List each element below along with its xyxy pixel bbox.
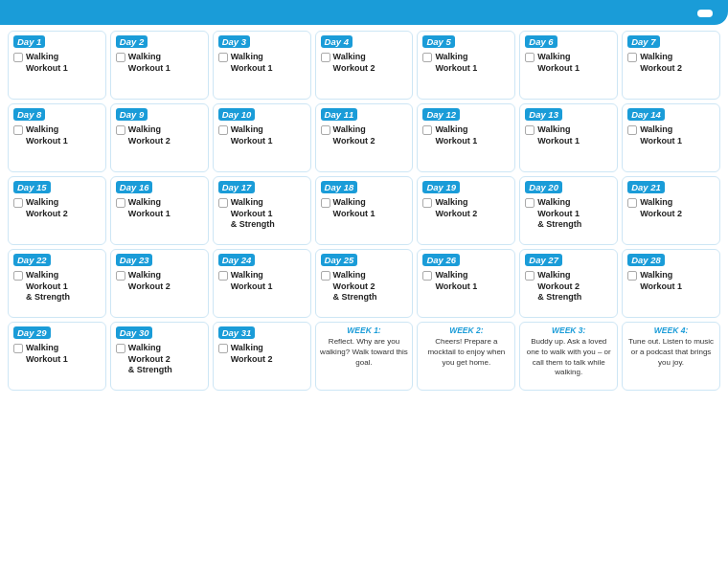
tip-cell-3: WEEK 3:Buddy up. Ask a loved one to walk… bbox=[519, 322, 618, 391]
checkbox[interactable] bbox=[13, 125, 23, 135]
day-label: Day 15 bbox=[13, 181, 51, 193]
workout-text: Walking Workout 2 bbox=[128, 124, 171, 146]
workout-text: Walking Workout 1 bbox=[435, 52, 477, 74]
day-content: Walking Workout 1 bbox=[116, 52, 203, 96]
workout-text: Walking Workout 2 bbox=[333, 52, 375, 74]
day-label: Day 9 bbox=[116, 108, 148, 121]
day-cell: Day 16Walking Workout 1 bbox=[110, 176, 209, 245]
checkbox[interactable] bbox=[627, 53, 637, 62]
day-content: Walking Workout 2 & Strength bbox=[116, 343, 203, 387]
workout-text: Walking Workout 1 bbox=[435, 270, 477, 292]
checkbox[interactable] bbox=[13, 198, 23, 208]
day-content: Walking Workout 1 bbox=[13, 52, 101, 96]
day-label: Day 5 bbox=[422, 35, 454, 48]
workout-text: Walking Workout 2 bbox=[640, 197, 682, 219]
day-label: Day 11 bbox=[321, 108, 358, 121]
day-label: Day 31 bbox=[218, 326, 256, 339]
tip-cell-4: WEEK 4:Tune out. Listen to music or a po… bbox=[622, 322, 720, 391]
day-content: Walking Workout 1 bbox=[627, 270, 715, 314]
workout-text: Walking Workout 2 bbox=[333, 124, 375, 146]
checkbox[interactable] bbox=[116, 271, 125, 281]
day-cell: Day 2Walking Workout 1 bbox=[110, 31, 209, 100]
workout-text: Walking Workout 1 & Strength bbox=[231, 197, 275, 231]
day-content: Walking Workout 2 bbox=[116, 124, 203, 169]
checkbox[interactable] bbox=[218, 53, 228, 62]
day-label: Day 27 bbox=[525, 254, 562, 266]
checkbox[interactable] bbox=[116, 344, 125, 353]
checkbox[interactable] bbox=[218, 125, 228, 135]
workout-text: Walking Workout 2 bbox=[26, 197, 68, 219]
day-cell: Day 9Walking Workout 2 bbox=[110, 103, 209, 172]
checkbox[interactable] bbox=[218, 271, 228, 281]
day-label: Day 12 bbox=[422, 108, 460, 121]
day-cell: Day 25Walking Workout 2 & Strength bbox=[315, 249, 414, 318]
day-cell: Day 10Walking Workout 1 bbox=[213, 103, 311, 172]
day-label: Day 1 bbox=[13, 35, 45, 48]
checkbox[interactable] bbox=[218, 344, 228, 353]
day-cell: Day 21Walking Workout 2 bbox=[622, 176, 720, 245]
checkbox[interactable] bbox=[525, 53, 535, 62]
checkbox[interactable] bbox=[321, 125, 330, 135]
checkbox[interactable] bbox=[627, 125, 637, 135]
workout-text: Walking Workout 1 bbox=[26, 343, 68, 365]
checkbox[interactable] bbox=[13, 344, 23, 353]
checkbox[interactable] bbox=[321, 271, 330, 281]
day-content: Walking Workout 1 bbox=[13, 124, 101, 169]
day-cell: Day 22Walking Workout 1 & Strength bbox=[8, 249, 106, 318]
week-rows: Day 1Walking Workout 1Day 2Walking Worko… bbox=[8, 31, 720, 318]
checkbox[interactable] bbox=[525, 125, 535, 135]
checkbox[interactable] bbox=[116, 125, 125, 135]
checkbox[interactable] bbox=[13, 271, 23, 281]
day-cell: Day 28Walking Workout 1 bbox=[622, 249, 720, 318]
checkbox[interactable] bbox=[116, 53, 125, 62]
checkbox[interactable] bbox=[422, 271, 432, 281]
week-row-1: Day 1Walking Workout 1Day 2Walking Worko… bbox=[8, 31, 720, 100]
day-label: Day 13 bbox=[525, 108, 562, 121]
day-content: Walking Workout 1 bbox=[627, 124, 715, 169]
workout-text: Walking Workout 1 bbox=[640, 124, 682, 146]
checkbox[interactable] bbox=[525, 271, 535, 281]
workout-text: Walking Workout 1 bbox=[128, 52, 171, 74]
day-content: Walking Workout 2 bbox=[422, 197, 510, 241]
day-label: Day 21 bbox=[627, 181, 665, 193]
day-content: Walking Workout 1 bbox=[422, 270, 510, 314]
checkbox[interactable] bbox=[116, 198, 125, 208]
day-content: Walking Workout 2 bbox=[321, 124, 408, 169]
day-label: Day 3 bbox=[218, 35, 250, 48]
workout-text: Walking Workout 1 bbox=[231, 52, 273, 74]
checkbox[interactable] bbox=[422, 198, 432, 208]
week-row-2: Day 8Walking Workout 1Day 9Walking Worko… bbox=[8, 103, 720, 172]
day-label: Day 8 bbox=[13, 108, 45, 121]
day-label: Day 28 bbox=[627, 254, 665, 266]
day-cell: Day 1Walking Workout 1 bbox=[8, 31, 106, 100]
checkbox[interactable] bbox=[422, 53, 432, 62]
workout-text: Walking Workout 1 bbox=[26, 52, 68, 74]
day-content: Walking Workout 1 bbox=[321, 197, 408, 241]
tip-cell-2: WEEK 2:Cheers! Prepare a mocktail to enj… bbox=[417, 322, 515, 391]
day-content: Walking Workout 1 & Strength bbox=[525, 197, 612, 241]
day-label: Day 24 bbox=[218, 254, 256, 266]
week-label: WEEK 2: bbox=[421, 326, 511, 335]
workout-text: Walking Workout 2 & Strength bbox=[128, 343, 172, 376]
checkbox[interactable] bbox=[627, 198, 637, 208]
day-label: Day 29 bbox=[13, 326, 51, 339]
day-label: Day 30 bbox=[116, 326, 153, 339]
workout-text: Walking Workout 1 bbox=[537, 124, 580, 146]
checkbox[interactable] bbox=[13, 53, 23, 62]
day-label: Day 19 bbox=[422, 181, 460, 193]
checkbox[interactable] bbox=[525, 198, 535, 208]
day-cell: Day 13Walking Workout 1 bbox=[519, 103, 618, 172]
checkbox[interactable] bbox=[321, 198, 330, 208]
day-cell: Day 4Walking Workout 2 bbox=[315, 31, 414, 100]
week-label: WEEK 3: bbox=[524, 326, 613, 335]
day-cell: Day 17Walking Workout 1 & Strength bbox=[213, 176, 311, 245]
checkbox[interactable] bbox=[422, 125, 432, 135]
week-tip-text: Tune out. Listen to music or a podcast t… bbox=[626, 337, 716, 368]
day-cell: Day 24Walking Workout 1 bbox=[213, 249, 311, 318]
grid-area: Day 1Walking Workout 1Day 2Walking Worko… bbox=[0, 25, 728, 562]
workout-text: Walking Workout 1 bbox=[26, 124, 68, 146]
checkbox[interactable] bbox=[321, 53, 330, 62]
week-tip-text: Cheers! Prepare a mocktail to enjoy when… bbox=[421, 337, 511, 368]
checkbox[interactable] bbox=[627, 271, 637, 281]
checkbox[interactable] bbox=[218, 198, 228, 208]
